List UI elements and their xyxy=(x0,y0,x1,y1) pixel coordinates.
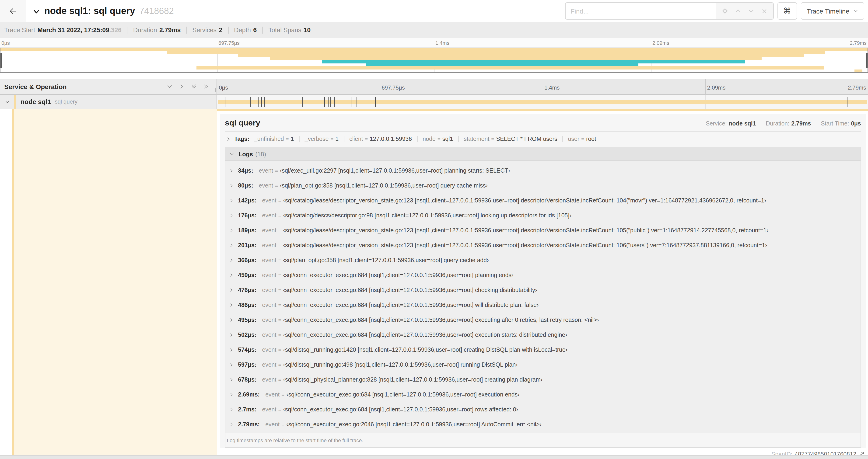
log-expand-chevron-icon[interactable] xyxy=(229,318,234,322)
collapse-one-icon[interactable] xyxy=(166,84,173,90)
log-expand-chevron-icon[interactable] xyxy=(229,407,234,412)
locate-icon[interactable] xyxy=(719,5,731,17)
expand-one-icon[interactable] xyxy=(179,84,185,90)
minimap-span-bar xyxy=(855,69,862,72)
log-row[interactable]: 201μs: event = ‹sql/catalog/lease/descri… xyxy=(225,238,861,253)
service-operation-label: Service & Operation xyxy=(4,83,67,90)
log-row[interactable]: 476μs: event = ‹sql/conn_executor_exec.g… xyxy=(225,283,861,298)
log-row[interactable]: 189μs: event = ‹sql/catalog/lease/descri… xyxy=(225,223,861,238)
trace-timeline-page: node sql1: sql query 7418682 xyxy=(0,0,868,459)
log-expand-chevron-icon[interactable] xyxy=(229,258,234,263)
log-row[interactable]: 34μs: event = ‹sql/exec_util.go:2297 [ns… xyxy=(225,163,861,178)
log-equals: = xyxy=(281,392,284,397)
log-equals: = xyxy=(278,347,281,353)
collapse-trace-chevron-icon[interactable] xyxy=(33,8,40,15)
minimap-span-row xyxy=(0,60,868,63)
detail-highlight-area xyxy=(14,109,217,455)
log-row[interactable]: 459μs: event = ‹sql/conn_executor_exec.g… xyxy=(225,268,861,283)
span-row-bar-cell[interactable] xyxy=(217,95,868,109)
find-box xyxy=(565,2,774,20)
log-event-tick xyxy=(375,97,376,107)
tags-row[interactable]: Tags: _unfinished=1_verbose=1client=127.… xyxy=(225,132,861,146)
tags-expand-chevron-icon[interactable] xyxy=(226,136,231,141)
log-timestamp: 678μs: xyxy=(238,376,256,383)
minimap-canvas[interactable] xyxy=(0,47,868,73)
log-expand-chevron-icon[interactable] xyxy=(229,378,234,382)
minimap-span-row xyxy=(0,51,868,54)
trace-info-label: Depth xyxy=(234,26,251,33)
log-expand-chevron-icon[interactable] xyxy=(229,288,234,292)
log-row[interactable]: 176μs: event = ‹sql/catalog/descs/descri… xyxy=(225,208,861,223)
log-message: ‹sql/conn_executor_exec.go:684 [nsql1,cl… xyxy=(283,317,599,323)
log-timestamp: 476μs: xyxy=(238,287,256,293)
tag-value: root xyxy=(586,136,596,142)
back-arrow-icon xyxy=(9,7,17,15)
page-header: node sql1: sql query 7418682 xyxy=(0,0,868,22)
log-row[interactable]: 574μs: event = ‹sql/distsql_running.go:1… xyxy=(225,342,861,357)
log-expand-chevron-icon[interactable] xyxy=(229,243,234,248)
log-message: ‹sql/conn_executor_exec.go:684 [nsql1,cl… xyxy=(286,391,519,398)
collapse-all-icon[interactable] xyxy=(191,84,197,90)
ruler-tick-label: 2.09ms xyxy=(707,85,726,91)
log-row[interactable]: 597μs: event = ‹sql/distsql_running.go:4… xyxy=(225,357,861,372)
prev-result-icon[interactable] xyxy=(732,5,744,17)
service-operation-header: Service & Operation xyxy=(0,79,217,95)
log-row[interactable]: 366μs: event = ‹sql/plan_opt.go:358 [nsq… xyxy=(225,253,861,268)
log-row[interactable]: 80μs: event = ‹sql/plan_opt.go:358 [nsql… xyxy=(225,178,861,193)
log-expand-chevron-icon[interactable] xyxy=(229,213,234,218)
log-expand-chevron-icon[interactable] xyxy=(229,273,234,277)
log-row[interactable]: 502μs: event = ‹sql/conn_executor_exec.g… xyxy=(225,327,861,342)
log-event-tick xyxy=(331,97,331,107)
log-expand-chevron-icon[interactable] xyxy=(229,303,234,307)
view-selector-button[interactable]: Trace Timeline xyxy=(801,2,864,20)
log-expand-chevron-icon[interactable] xyxy=(229,333,234,337)
log-timestamp: 597μs: xyxy=(238,362,256,368)
keyboard-shortcuts-button[interactable]: ⌘ xyxy=(777,2,797,20)
log-row[interactable]: 2.7ms: event = ‹sql/conn_executor_exec.g… xyxy=(225,402,861,417)
tag-value: 1 xyxy=(291,136,294,142)
log-row[interactable]: 678μs: event = ‹sql/distsql_physical_pla… xyxy=(225,372,861,387)
span-duration-bar[interactable] xyxy=(218,100,867,104)
logs-header[interactable]: Logs (18) xyxy=(225,147,861,161)
minimap-tick-label: 2.79ms xyxy=(850,40,867,46)
minimap-right-handle[interactable] xyxy=(866,53,868,67)
log-row[interactable]: 486μs: event = ‹sql/conn_executor_exec.g… xyxy=(225,298,861,313)
expand-all-icon[interactable] xyxy=(203,84,209,90)
log-message: ‹sql/conn_executor_exec.go:2046 [nsql1,c… xyxy=(286,421,541,428)
log-equals: = xyxy=(278,302,281,308)
log-row[interactable]: 495μs: event = ‹sql/conn_executor_exec.g… xyxy=(225,313,861,327)
log-expand-chevron-icon[interactable] xyxy=(229,348,234,352)
log-expand-chevron-icon[interactable] xyxy=(229,183,234,188)
logs-collapse-chevron-icon[interactable] xyxy=(229,151,234,157)
ruler-gridline xyxy=(705,79,706,94)
log-expand-chevron-icon[interactable] xyxy=(229,422,234,427)
span-row-name-cell[interactable]: node sql1 sql query xyxy=(0,95,217,109)
trace-title-group: node sql1: sql query 7418682 xyxy=(33,6,174,16)
log-expand-chevron-icon[interactable] xyxy=(229,228,234,233)
tag-key: client xyxy=(349,136,363,142)
back-button[interactable] xyxy=(0,0,26,22)
tag-value: SELECT * FROM users xyxy=(496,136,557,142)
find-input[interactable] xyxy=(565,3,716,19)
log-field-key: event xyxy=(262,362,276,368)
tag-key: user xyxy=(568,136,579,142)
divider xyxy=(562,136,563,142)
log-expand-chevron-icon[interactable] xyxy=(229,392,234,397)
span-row[interactable]: node sql1 sql query xyxy=(0,95,868,109)
minimap-left-handle[interactable] xyxy=(0,53,2,67)
next-result-icon[interactable] xyxy=(745,5,757,17)
log-row[interactable]: 2.79ms: event = ‹sql/conn_executor_exec.… xyxy=(225,417,861,432)
log-expand-chevron-icon[interactable] xyxy=(229,168,234,173)
log-row[interactable]: 2.69ms: event = ‹sql/conn_executor_exec.… xyxy=(225,387,861,402)
clear-search-icon[interactable] xyxy=(758,5,770,17)
log-expand-chevron-icon[interactable] xyxy=(229,198,234,203)
log-expand-chevron-icon[interactable] xyxy=(229,362,234,367)
trace-info-value: March 31 2022, 17:25:09 xyxy=(37,26,110,33)
column-resize-grip[interactable] xyxy=(214,88,216,92)
log-timestamp: 486μs: xyxy=(238,302,256,308)
span-collapse-chevron-icon[interactable] xyxy=(5,99,10,104)
minimap-span-bar xyxy=(322,60,745,63)
trace-info-label: Total Spans xyxy=(268,26,301,33)
log-field-key: event xyxy=(262,242,276,249)
log-row[interactable]: 142μs: event = ‹sql/catalog/lease/descri… xyxy=(225,193,861,208)
